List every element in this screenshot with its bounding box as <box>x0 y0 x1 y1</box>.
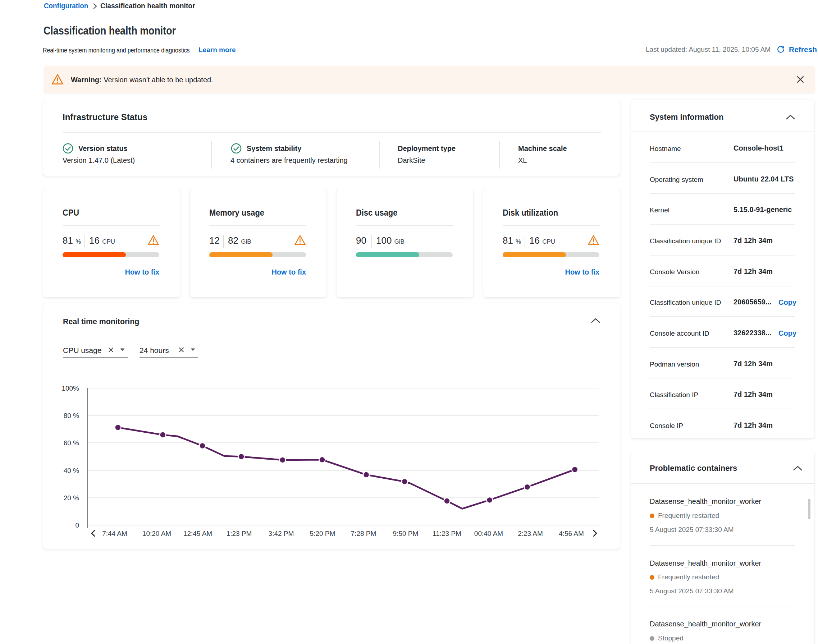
svg-text:20 %: 20 % <box>64 494 79 502</box>
svg-text:40 %: 40 % <box>64 467 79 474</box>
svg-text:12:45 AM: 12:45 AM <box>183 530 212 537</box>
svg-text:5:20 PM: 5:20 PM <box>310 530 335 537</box>
svg-text:1:23 PM: 1:23 PM <box>226 530 252 537</box>
svg-text:80 %: 80 % <box>64 412 79 419</box>
svg-text:7:28 PM: 7:28 PM <box>351 530 377 537</box>
svg-text:2:23 AM: 2:23 AM <box>518 530 543 537</box>
svg-text:100%: 100% <box>62 385 79 392</box>
svg-text:0: 0 <box>75 521 79 529</box>
svg-text:3:42 PM: 3:42 PM <box>269 530 294 537</box>
svg-text:10:20 AM: 10:20 AM <box>142 530 171 537</box>
svg-text:00:40 AM: 00:40 AM <box>474 530 503 537</box>
svg-text:60 %: 60 % <box>64 439 79 447</box>
svg-text:11:23 PM: 11:23 PM <box>432 530 461 537</box>
svg-text:4:56 AM: 4:56 AM <box>559 530 584 537</box>
svg-text:7:44 AM: 7:44 AM <box>102 530 127 537</box>
svg-text:9:50 PM: 9:50 PM <box>393 530 418 537</box>
